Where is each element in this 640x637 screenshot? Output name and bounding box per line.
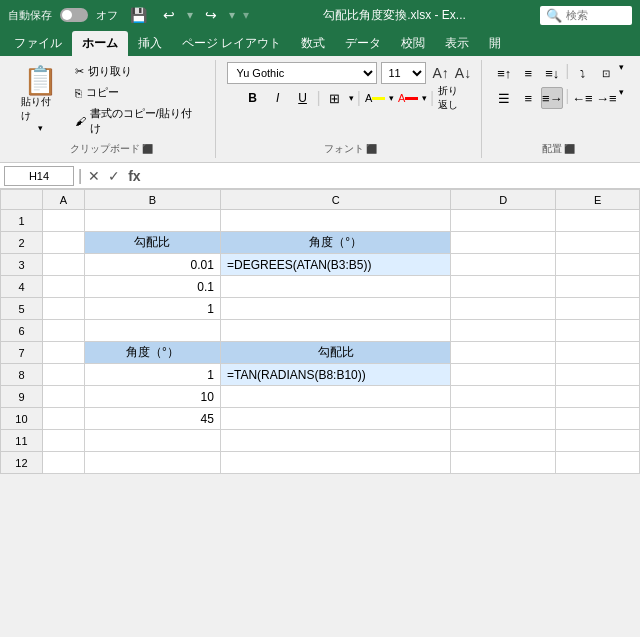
cell-C8[interactable]: =TAN(RADIANS(B8:B10)) (220, 364, 450, 386)
cell-D3[interactable] (451, 254, 556, 276)
increase-indent-button[interactable]: →≡ (595, 87, 617, 109)
tab-page-layout[interactable]: ページ レイアウト (172, 31, 291, 56)
cell-B12[interactable] (84, 452, 220, 474)
cell-A11[interactable] (42, 430, 84, 452)
cell-C1[interactable] (220, 210, 450, 232)
border-button[interactable]: ⊞ (324, 87, 346, 109)
tab-formulas[interactable]: 数式 (291, 31, 335, 56)
cell-A2[interactable] (42, 232, 84, 254)
col-header-E[interactable]: E (556, 190, 640, 210)
cell-D5[interactable] (451, 298, 556, 320)
merge-button[interactable]: ⊡ (595, 62, 617, 84)
row-header-5[interactable]: 5 (1, 298, 43, 320)
cell-E6[interactable] (556, 320, 640, 342)
autosave-toggle[interactable] (60, 8, 88, 22)
cell-C6[interactable] (220, 320, 450, 342)
cell-D11[interactable] (451, 430, 556, 452)
align-top-button[interactable]: ≡↑ (493, 62, 515, 84)
cell-A9[interactable] (42, 386, 84, 408)
row-header-4[interactable]: 4 (1, 276, 43, 298)
cell-B10[interactable]: 45 (84, 408, 220, 430)
cell-D8[interactable] (451, 364, 556, 386)
cell-B11[interactable] (84, 430, 220, 452)
save-button[interactable]: 💾 (126, 5, 151, 25)
cell-E5[interactable] (556, 298, 640, 320)
undo-button[interactable]: ↩ (159, 5, 179, 25)
fill-color-button[interactable]: A (364, 87, 386, 109)
wrap-text-button[interactable]: 折り返し (437, 87, 459, 109)
col-header-B[interactable]: B (84, 190, 220, 210)
row-header-10[interactable]: 10 (1, 408, 43, 430)
cell-E11[interactable] (556, 430, 640, 452)
tab-insert[interactable]: 挿入 (128, 31, 172, 56)
font-family-select[interactable]: Yu Gothic (227, 62, 377, 84)
row-header-8[interactable]: 8 (1, 364, 43, 386)
corner-cell[interactable] (1, 190, 43, 210)
cell-C12[interactable] (220, 452, 450, 474)
col-header-D[interactable]: D (451, 190, 556, 210)
underline-button[interactable]: U (292, 87, 314, 109)
cell-A1[interactable] (42, 210, 84, 232)
cell-A8[interactable] (42, 364, 84, 386)
decrease-font-button[interactable]: A↓ (453, 65, 473, 81)
cell-B1[interactable] (84, 210, 220, 232)
cell-C5[interactable] (220, 298, 450, 320)
cell-E12[interactable] (556, 452, 640, 474)
bold-button[interactable]: B (242, 87, 264, 109)
cell-B6[interactable] (84, 320, 220, 342)
cell-D9[interactable] (451, 386, 556, 408)
cell-D2[interactable] (451, 232, 556, 254)
font-color-button[interactable]: A (397, 87, 419, 109)
cell-E7[interactable] (556, 342, 640, 364)
cell-D4[interactable] (451, 276, 556, 298)
fill-chevron[interactable]: ▾ (389, 93, 394, 103)
row-header-9[interactable]: 9 (1, 386, 43, 408)
font-color-chevron[interactable]: ▾ (422, 93, 427, 103)
cell-D12[interactable] (451, 452, 556, 474)
font-size-select[interactable]: 11 (381, 62, 426, 84)
col-header-A[interactable]: A (42, 190, 84, 210)
cell-A3[interactable] (42, 254, 84, 276)
col-header-C[interactable]: C (220, 190, 450, 210)
align-middle-button[interactable]: ≡ (517, 62, 539, 84)
redo-button[interactable]: ↪ (201, 5, 221, 25)
cell-B4[interactable]: 0.1 (84, 276, 220, 298)
decrease-indent-button[interactable]: ←≡ (571, 87, 593, 109)
cell-C3[interactable]: =DEGREES(ATAN(B3:B5)) (220, 254, 450, 276)
cell-D1[interactable] (451, 210, 556, 232)
border-chevron[interactable]: ▾ (349, 93, 354, 103)
merge-chevron[interactable]: ▾ (619, 62, 624, 84)
cell-B9[interactable]: 10 (84, 386, 220, 408)
cell-D10[interactable] (451, 408, 556, 430)
search-input[interactable] (566, 9, 626, 21)
cell-B5[interactable]: 1 (84, 298, 220, 320)
cell-B2[interactable]: 勾配比 (84, 232, 220, 254)
format-painter-button[interactable]: 🖌 書式のコピー/貼り付け (70, 104, 207, 138)
cell-A6[interactable] (42, 320, 84, 342)
cell-A5[interactable] (42, 298, 84, 320)
search-box[interactable]: 🔍 (540, 6, 632, 25)
cell-E1[interactable] (556, 210, 640, 232)
cell-E8[interactable] (556, 364, 640, 386)
tab-more[interactable]: 開 (479, 31, 511, 56)
cut-button[interactable]: ✂ 切り取り (70, 62, 207, 81)
confirm-formula-icon[interactable]: ✓ (106, 168, 122, 184)
cell-A7[interactable] (42, 342, 84, 364)
row-header-1[interactable]: 1 (1, 210, 43, 232)
align-right-button[interactable]: ≡→ (541, 87, 563, 109)
tab-file[interactable]: ファイル (4, 31, 72, 56)
cell-C11[interactable] (220, 430, 450, 452)
align-more-icon[interactable]: ▾ (619, 87, 624, 109)
cell-D6[interactable] (451, 320, 556, 342)
cell-E10[interactable] (556, 408, 640, 430)
copy-button[interactable]: ⎘ コピー (70, 83, 207, 102)
tab-data[interactable]: データ (335, 31, 391, 56)
paste-button[interactable]: 📋 貼り付け ▾ (16, 62, 66, 138)
row-header-2[interactable]: 2 (1, 232, 43, 254)
cell-C7[interactable]: 勾配比 (220, 342, 450, 364)
tab-home[interactable]: ホーム (72, 31, 128, 56)
cell-C4[interactable] (220, 276, 450, 298)
clipboard-expand-icon[interactable]: ⬛ (142, 144, 153, 154)
align-center-button[interactable]: ≡ (517, 87, 539, 109)
formula-input[interactable] (147, 166, 636, 186)
